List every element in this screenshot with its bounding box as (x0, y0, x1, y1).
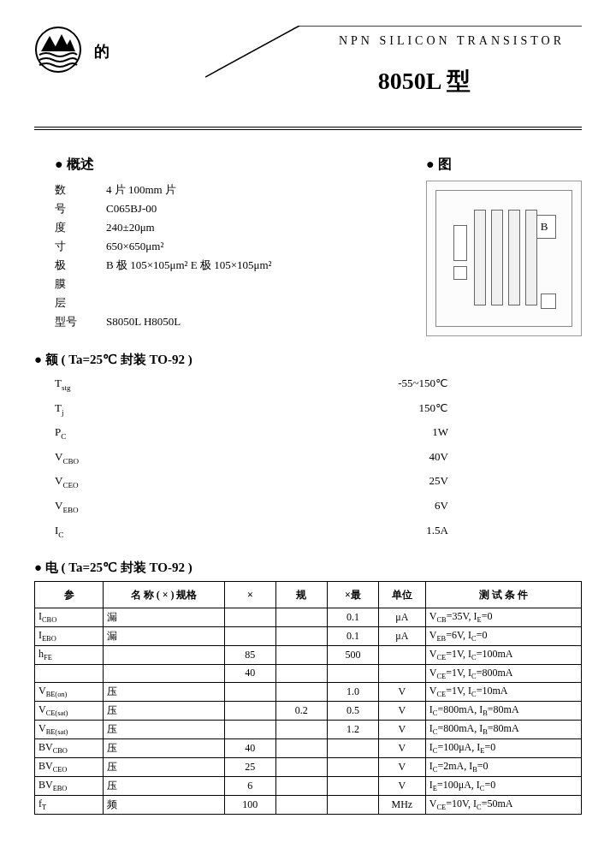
rating-row: Tj150℃ (55, 398, 582, 423)
svg-line-1 (205, 26, 299, 77)
elec-heading: ● 电 ( Ta=25℃ 封装 TO-92 ) (34, 560, 582, 576)
rating-row: VCEO25V (55, 471, 582, 495)
table-row: BVCEO压25VIC=2mA, IB=0 (35, 757, 582, 776)
th-unit: 单位 (378, 582, 425, 608)
part-number-title: 8050L 型 (378, 65, 471, 98)
th-max: ×最 (327, 582, 378, 608)
info-value: B 极 105×105μm² E 极 105×105μm² (106, 258, 271, 271)
info-label: 数 (55, 181, 106, 199)
th-desc: 名 称 ( × ) 规格 (104, 582, 224, 608)
info-label: 号 (55, 199, 106, 218)
page-header: 的 NPN SILICON TRANSISTOR 8050L 型 (34, 26, 582, 130)
section-die-title: ● 图 (426, 156, 582, 174)
info-row: 层 (55, 294, 409, 312)
die-diagram: B (426, 181, 582, 336)
rating-row: IC1.5A (55, 520, 582, 545)
info-row: 度240±20μm (55, 218, 409, 237)
brand-logo (34, 26, 82, 77)
table-row: IEBO漏0.1μAVEB=6V, IC=0 (35, 627, 582, 646)
rating-row: VEBO6V (55, 495, 582, 520)
info-label: 型号 (55, 312, 106, 331)
rating-row: VCBO40V (55, 447, 582, 472)
info-label: 极 (55, 256, 106, 275)
info-value: 240±20μm (106, 221, 155, 234)
th-param: 参 (35, 582, 104, 608)
table-row: BVCBO压40VIC=100μA, IE=0 (35, 738, 582, 757)
mountain-logo-icon (34, 26, 82, 74)
rating-row: Tstg Tstg 温-55~150℃ (55, 373, 582, 398)
info-row: 寸650×650μm² (55, 237, 409, 256)
table-row: 40VCE=1V, IC=800mA (35, 664, 582, 682)
info-label: 层 (55, 294, 106, 312)
ratings-heading: ● 额 ( Ta=25℃ 封装 TO-92 ) (34, 352, 582, 368)
info-label: 寸 (55, 237, 106, 256)
table-row: ICBO漏0.1μAVCB=35V, IE=0 (35, 608, 582, 627)
info-row: 膜 (55, 275, 409, 294)
info-value: C065BJ-00 (106, 202, 157, 215)
table-row: fT频100MHzVCE=10V, IC=50mA (35, 795, 582, 814)
brand-text: 的 (94, 41, 110, 62)
th-min: × (224, 582, 275, 608)
table-row: VBE(on)压1.0VVCE=1V, IC=10mA (35, 682, 582, 701)
rating-row: PC1W (55, 422, 582, 447)
th-cond: 测 试 条 件 (425, 582, 581, 608)
info-row: 型号S8050L H8050L (55, 312, 409, 331)
info-value: S8050L H8050L (106, 315, 181, 328)
ratings-block: Tstg Tstg 温-55~150℃ Tj150℃ PC1W VCBO40V … (34, 373, 582, 544)
section-ratings-title: ● 额 ( Ta=25℃ 封装 TO-92 ) (34, 352, 192, 368)
section-info-title: ● 概述 (55, 156, 409, 174)
subtitle: NPN SILICON TRANSISTOR (339, 34, 565, 48)
info-row: 数4 片 100mm 片 (55, 181, 409, 199)
th-typ: 规 (275, 582, 327, 608)
table-row: hFE85500VCE=1V, IC=100mA (35, 646, 582, 664)
table-row: VBE(sat)压1.2VIC=800mA, IB=80mA (35, 720, 582, 738)
table-row: VCE(sat)压0.20.5VIC=800mA, IB=80mA (35, 701, 582, 720)
info-row: 极B 极 105×105μm² E 极 105×105μm² (55, 256, 409, 275)
info-value: 650×650μm² (106, 240, 163, 252)
info-label: 度 (55, 218, 106, 237)
table-row: BVEBO压6VIE=100μA, IC=0 (35, 776, 582, 795)
info-value: 4 片 100mm 片 (106, 183, 176, 196)
section-elec-title: ● 电 ( Ta=25℃ 封装 TO-92 ) (34, 560, 192, 576)
electrical-characteristics-table: 参 名 称 ( × ) 规格 × 规 ×最 单位 测 试 条 件 ICBO漏0.… (34, 581, 582, 815)
info-label: 膜 (55, 275, 106, 294)
info-row: 号C065BJ-00 (55, 199, 409, 218)
